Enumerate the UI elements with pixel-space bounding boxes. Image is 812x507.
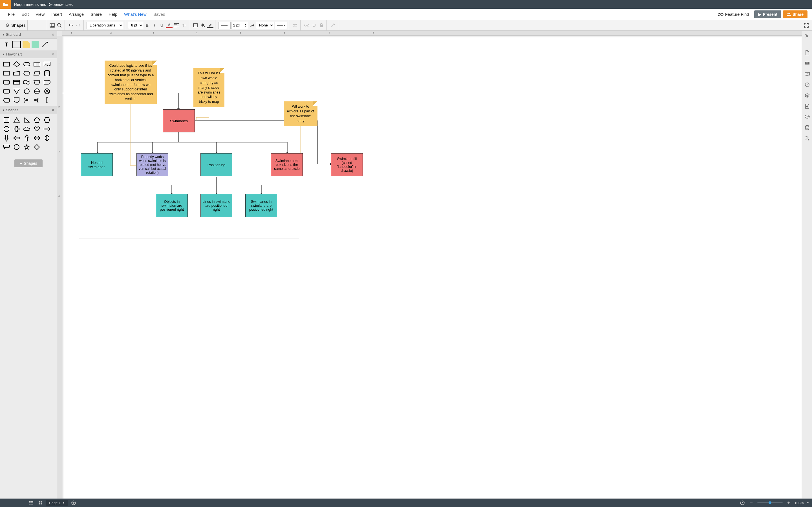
close-icon[interactable]: ✕ <box>51 52 55 57</box>
shape-hexagon[interactable] <box>43 116 51 124</box>
app-logo[interactable] <box>0 0 11 9</box>
bold-button[interactable]: B <box>144 22 151 29</box>
lock-icon[interactable] <box>318 22 325 29</box>
shape-text[interactable]: T <box>2 41 11 48</box>
shape-display[interactable] <box>2 97 11 104</box>
zoom-slider[interactable] <box>757 502 783 503</box>
shape-rt-tri[interactable] <box>22 116 31 124</box>
zoom-level[interactable]: 103% <box>795 501 804 505</box>
shape-triangle[interactable] <box>12 116 21 124</box>
menu-share[interactable]: Share <box>87 10 105 18</box>
shape-arrow-h[interactable] <box>33 134 41 142</box>
shape-brace-r[interactable]: }= <box>22 97 31 104</box>
note-explore[interactable]: Wll work to explore as part of the swiml… <box>284 101 317 126</box>
shape-arrow-l[interactable] <box>12 134 21 142</box>
align-button[interactable] <box>173 22 180 29</box>
wand-icon[interactable] <box>329 22 336 29</box>
shape-terminator[interactable] <box>22 61 31 68</box>
menu-edit[interactable]: Edit <box>18 10 32 18</box>
zoom-in-icon[interactable]: + <box>785 500 792 506</box>
chat-icon[interactable] <box>804 114 811 120</box>
menu-file[interactable]: File <box>4 10 18 18</box>
clock-icon[interactable] <box>804 81 811 88</box>
canvas[interactable]: Could add logic to see if it's rotated a… <box>62 36 802 499</box>
menu-view[interactable]: View <box>32 10 48 18</box>
fullscreen-icon[interactable] <box>803 22 810 29</box>
node-rotated[interactable]: Properly works when swimlane is rotated … <box>137 153 168 176</box>
page-icon[interactable] <box>804 49 811 56</box>
add-shapes-button[interactable]: + Shapes <box>14 159 43 167</box>
shape-cloud[interactable] <box>22 125 31 133</box>
shape-note-l[interactable] <box>43 97 51 104</box>
shape-cross[interactable] <box>12 125 21 133</box>
shape-delay[interactable] <box>43 78 51 86</box>
shape-stored[interactable] <box>2 88 11 95</box>
note-logic[interactable]: Could add logic to see if it's rotated a… <box>105 61 157 104</box>
shape-note[interactable] <box>22 41 30 48</box>
text-options-button[interactable]: T▾ <box>181 22 187 29</box>
shape-preparation[interactable] <box>22 69 31 77</box>
menu-help[interactable]: Help <box>105 10 121 18</box>
italic-button[interactable]: I <box>151 22 158 29</box>
shape-circle[interactable] <box>12 144 21 151</box>
grid-view-icon[interactable] <box>37 500 43 506</box>
shape-manual-in[interactable] <box>12 69 21 77</box>
magnet-icon[interactable] <box>311 22 317 29</box>
line-shape-icon[interactable] <box>249 22 255 29</box>
close-icon[interactable]: ✕ <box>51 108 55 112</box>
node-swimlanes[interactable]: Swimlanes <box>163 109 195 132</box>
shape-octagon[interactable] <box>2 125 11 133</box>
shape-manual-op[interactable] <box>33 78 41 86</box>
shape-arrow-v[interactable] <box>43 134 51 142</box>
shape-rectangle[interactable] <box>12 41 21 48</box>
shape-connector[interactable] <box>22 88 31 95</box>
shape-block[interactable] <box>32 41 39 48</box>
feature-find[interactable]: Feature Find <box>718 12 749 17</box>
shape-diamond2[interactable] <box>33 144 41 151</box>
presentation-icon[interactable] <box>804 71 811 77</box>
shape-offpage[interactable] <box>12 97 21 104</box>
layers-icon[interactable] <box>804 92 811 99</box>
comment-icon[interactable]: 99 <box>804 60 811 67</box>
search-icon[interactable] <box>56 22 63 29</box>
undo-icon[interactable] <box>68 22 74 29</box>
data-icon[interactable] <box>804 124 811 131</box>
font-size-select[interactable]: 8 pt <box>128 22 143 29</box>
section-shapes[interactable]: ▼ Shapes ✕ <box>0 106 57 114</box>
shape-internal[interactable] <box>12 78 21 86</box>
node-nextbox[interactable]: Swimlane next box size is the same as dr… <box>271 153 303 176</box>
shape-brace-l[interactable]: ={ <box>33 97 41 104</box>
menu-insert[interactable]: Insert <box>48 10 65 18</box>
arrow-style-select[interactable]: ▾ <box>274 22 287 29</box>
underline-button[interactable]: U <box>158 22 165 29</box>
shape-arrow-d[interactable] <box>2 134 11 142</box>
magic-icon[interactable] <box>804 135 811 142</box>
font-select[interactable]: Liberation Sans <box>87 22 123 29</box>
swap-icon[interactable] <box>292 22 299 29</box>
note-category[interactable]: This will be it's own whole category as … <box>193 68 224 107</box>
shape-paper[interactable] <box>22 78 31 86</box>
shape-document[interactable] <box>43 61 51 68</box>
text-color-button[interactable]: A <box>166 22 172 28</box>
shape-line[interactable] <box>41 41 49 48</box>
zoom-out-icon[interactable]: − <box>748 500 755 506</box>
gear-icon[interactable]: ⚙ <box>4 22 11 29</box>
node-lines[interactable]: Lines in swimlane are positioned right <box>200 194 232 217</box>
redo-icon[interactable] <box>75 22 82 29</box>
node-swimlanes-in[interactable]: Swimlanes in swimlane are positioned rig… <box>245 194 277 217</box>
border-color-icon[interactable] <box>207 22 213 28</box>
shape-arrow-r[interactable] <box>43 125 51 133</box>
node-fill[interactable]: Swimlane fill (called "lanecolor" in dra… <box>331 153 363 176</box>
shape-square[interactable] <box>2 116 11 124</box>
node-nested[interactable]: Nested swimlanes <box>81 153 113 176</box>
shape-arrow-u[interactable] <box>22 134 31 142</box>
add-page-icon[interactable] <box>70 500 77 506</box>
shape-process[interactable] <box>2 61 11 68</box>
fill-color-icon[interactable] <box>199 22 206 29</box>
section-standard[interactable]: ▼ Standard ✕ <box>0 31 57 39</box>
document-title[interactable]: Requirements and Dependencies <box>11 2 73 7</box>
shape-pentagon[interactable] <box>33 116 41 124</box>
list-view-icon[interactable] <box>28 500 35 506</box>
menu-arrange[interactable]: Arrange <box>65 10 87 18</box>
shape-database[interactable] <box>43 69 51 77</box>
